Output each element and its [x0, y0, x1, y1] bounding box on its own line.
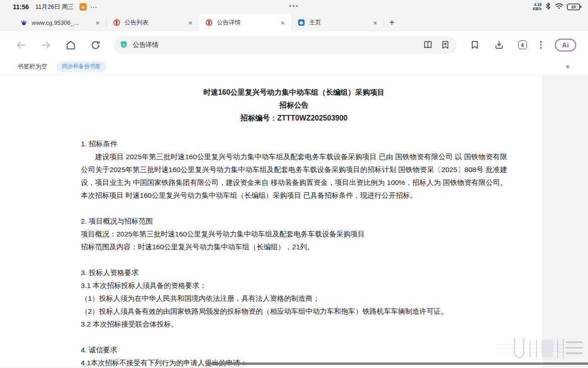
china-railway-favicon-icon — [113, 19, 120, 26]
refresh-icon[interactable] — [90, 40, 101, 51]
section-heading: 1. 招标条件 — [81, 138, 507, 150]
section-paragraph: 建设项目 2025年第三批时速160公里复兴号动力集中动车组及配套电务车载设备采… — [81, 150, 507, 202]
section-tender-conditions: 1. 招标条件 建设项目 2025年第三批时速160公里复兴号动力集中动车组及配… — [81, 138, 507, 202]
download-icon[interactable] — [494, 40, 505, 51]
horizontal-scrollbar[interactable] — [207, 362, 588, 365]
section-paragraph: （2）投标人须具备有效的由国家铁路局颁发的投标物资的（相应动车组中动力车和拖车）… — [81, 305, 507, 318]
page-artifact-watermark — [497, 334, 584, 363]
bluetooth-icon — [545, 2, 551, 12]
tab-title: 主页 — [309, 18, 371, 27]
bookmark-bar: 书签栏为空 同步和备份书签 × — [0, 58, 588, 75]
section-paragraph: 4.1本次招标不接受有下列行为的申请人提出的申请： — [81, 356, 507, 368]
network-speed: 4.18 KB/s — [533, 3, 542, 11]
status-date: 11月26日 周三 — [35, 3, 74, 11]
status-center-dots-icon: ••• — [289, 2, 299, 10]
status-overflow-dots-icon: ··· — [90, 4, 98, 11]
bookmark-icon[interactable] — [469, 40, 481, 51]
china-railway-favicon-icon — [205, 19, 213, 26]
security-shield-icon — [119, 40, 129, 50]
section-heading: 2. 项目概况与招标范围 — [81, 215, 507, 228]
tab-close-icon[interactable]: × — [371, 19, 379, 26]
browser-toolbar: 公告详情 4 Ai — [0, 31, 588, 58]
ai-assistant-button[interactable]: Ai — [555, 39, 576, 52]
tab-close-icon[interactable]: × — [94, 19, 102, 26]
status-time: 11:56 — [13, 3, 29, 11]
tab-count-button[interactable]: 4 — [518, 40, 527, 49]
tender-document: 时速160公里复兴号动力集中动车组（长编组）采购项目 招标公告 招标编号：ZTT… — [81, 86, 507, 368]
back-icon[interactable] — [16, 40, 27, 51]
section-heading: 3. 投标人资格要求 — [81, 266, 507, 279]
menu-kebab-icon[interactable] — [540, 41, 542, 48]
section-project-overview: 2. 项目概况与招标范围 项目概况：2025年第三批时速160公里复兴号动力集中… — [81, 215, 507, 253]
section-bidder-qualifications: 3. 投标人资格要求 3.1 本次招标投标人须具备的资格要求： （1）投标人须为… — [81, 266, 507, 331]
section-paragraph: （1）投标人须为在中华人民共和国境内依法注册，具有法人资格的制造商； — [81, 292, 507, 305]
tab-www-cg-95306[interactable]: www.cg.95306_... × — [14, 14, 106, 31]
tab-title: 公告列表 — [124, 18, 187, 27]
tab-title: 公告详情 — [217, 18, 279, 27]
document-subtitle: 招标公告 — [81, 99, 507, 112]
battery-icon: 20 — [567, 3, 582, 11]
tab-announcement-list[interactable]: 公告列表 × — [107, 14, 199, 31]
tab-announcement-detail[interactable]: 公告详情 × — [199, 14, 291, 31]
ai-button-label: Ai — [562, 41, 569, 49]
sync-bookmarks-button[interactable]: 同步和备份书签 — [57, 61, 106, 72]
document-title: 时速160公里复兴号动力集中动车组（长编组）采购项目 — [81, 86, 507, 99]
bookmark-bar-empty-text: 书签栏为空 — [17, 63, 47, 71]
wifi-icon — [554, 2, 564, 12]
battery-level-text: 20 — [571, 5, 576, 9]
section-paragraph: 3.2 本次招标接受联合体投标。 — [81, 318, 507, 331]
address-bar[interactable]: 公告详情 — [113, 36, 457, 54]
tab-homepage[interactable]: 主页 × — [291, 14, 384, 31]
home-icon[interactable] — [65, 40, 76, 51]
home-app-favicon-icon — [298, 19, 305, 26]
address-text: 公告详情 — [133, 41, 423, 49]
page-content: 时速160公里复兴号动力集中动车组（长编组）采购项目 招标公告 招标编号：ZTT… — [0, 75, 588, 368]
bookmark-bar-close-icon[interactable]: × — [563, 62, 572, 71]
tab-close-icon[interactable]: × — [187, 19, 194, 26]
add-bookmark-icon[interactable] — [440, 40, 451, 51]
tab-title: www.cg.95306_... — [32, 19, 94, 26]
baidu-favicon-icon — [20, 19, 28, 26]
section-heading: 4. 诚信要求 — [81, 344, 507, 356]
new-tab-button[interactable]: + — [384, 14, 400, 31]
forward-icon[interactable] — [40, 40, 51, 51]
tab-close-icon[interactable]: × — [279, 19, 287, 26]
tab-strip: www.cg.95306_... × 公告列表 × 公告详情 × 主页 × + — [0, 14, 588, 31]
reader-mode-icon[interactable] — [423, 40, 434, 51]
network-speed-unit: KB/s — [533, 7, 542, 11]
section-paragraph: 项目概况：2025年第三批时速160公里复兴号动力集中动车组及配套电务车载设备采… — [81, 228, 507, 241]
tender-number: 招标编号：ZTTT0WZ202503900 — [81, 112, 507, 125]
page-right-gutter — [542, 75, 588, 368]
status-app-badge-icon: ai — [79, 3, 87, 11]
status-bar: 11:56 11月26日 周三 ai ··· ••• 4.18 KB/s 20 — [0, 0, 588, 14]
section-paragraph: 3.1 本次招标投标人须具备的资格要求： — [81, 279, 507, 292]
section-paragraph: 招标范围及内容：时速160公里复兴号动力集中动车组（长编组），21列。 — [81, 241, 507, 253]
